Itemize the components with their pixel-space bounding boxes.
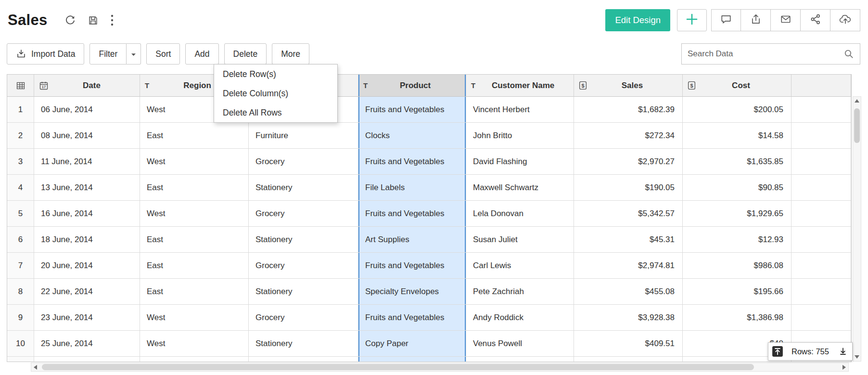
row-number-cell[interactable]: 1 — [7, 97, 34, 123]
cell-date[interactable] — [34, 357, 140, 362]
search-input[interactable] — [688, 49, 843, 59]
cell-category[interactable]: Furniture — [249, 123, 358, 149]
refresh-icon[interactable] — [65, 15, 76, 26]
edit-design-button[interactable]: Edit Design — [605, 9, 670, 31]
cell-category[interactable]: Stationery — [249, 227, 358, 253]
cell-region[interactable]: East — [140, 253, 249, 279]
export-button[interactable] — [741, 9, 771, 31]
cell-category[interactable]: Grocery — [249, 305, 358, 331]
cell-empty[interactable] — [791, 305, 851, 331]
cell-date[interactable]: 11 June, 2014 — [34, 149, 140, 175]
cell-category[interactable]: Stationery — [249, 331, 358, 357]
cell-cost[interactable]: $195.66 — [683, 279, 791, 305]
delete-button[interactable]: Delete — [224, 43, 267, 65]
cell-customer-name[interactable]: Pete Zachriah — [466, 279, 574, 305]
cell-product[interactable]: File Labels — [358, 175, 466, 201]
cell-category[interactable]: Stationery — [249, 279, 358, 305]
scroll-left-arrow-icon[interactable] — [34, 365, 37, 370]
cell-product[interactable]: Clocks — [358, 123, 466, 149]
cell-customer-name[interactable]: Venus Powell — [466, 331, 574, 357]
menu-item-delete-columns[interactable]: Delete Column(s) — [214, 84, 337, 103]
cell-product[interactable]: Fruits and Vegetables — [358, 97, 466, 123]
search-icon[interactable] — [843, 49, 854, 59]
row-number-cell[interactable]: 8 — [7, 279, 34, 305]
cell-date[interactable]: 13 June, 2014 — [34, 175, 140, 201]
cell-product[interactable]: Fruits and Vegetables — [358, 253, 466, 279]
cell-customer-name[interactable]: Carl Lewis — [466, 253, 574, 279]
scroll-right-arrow-icon[interactable] — [842, 365, 846, 370]
column-header-date[interactable]: 17 Date — [34, 75, 140, 97]
column-header-customer-name[interactable]: T Customer Name — [466, 75, 574, 97]
cell-product[interactable]: Copy Paper — [358, 331, 466, 357]
horizontal-scrollbar[interactable] — [31, 362, 849, 372]
cell-sales[interactable]: $455.08 — [574, 279, 683, 305]
cell-empty[interactable] — [791, 201, 851, 227]
cell-cost[interactable]: $1,929.65 — [683, 201, 791, 227]
kebab-menu-icon[interactable] — [111, 14, 114, 26]
cell-empty[interactable] — [791, 175, 851, 201]
horizontal-scrollbar-thumb[interactable] — [42, 364, 754, 370]
row-number-cell[interactable]: 7 — [7, 253, 34, 279]
cell-customer-name[interactable]: David Flashing — [466, 149, 574, 175]
cell-date[interactable]: 16 June, 2014 — [34, 201, 140, 227]
scroll-to-bottom-icon[interactable] — [837, 346, 849, 357]
cell-date[interactable]: 22 June, 2014 — [34, 279, 140, 305]
cell-empty[interactable] — [791, 253, 851, 279]
cell-region[interactable]: East — [140, 175, 249, 201]
cell-region[interactable]: West — [140, 201, 249, 227]
row-number-cell[interactable]: 5 — [7, 201, 34, 227]
row-number-cell[interactable] — [7, 357, 34, 362]
cell-sales[interactable]: $3,928.38 — [574, 305, 683, 331]
cell-region[interactable]: East — [140, 279, 249, 305]
cell-category[interactable]: Grocery — [249, 201, 358, 227]
share-button[interactable] — [801, 9, 830, 31]
column-header-sales[interactable]: $ Sales — [574, 75, 683, 97]
cell-date[interactable]: 23 June, 2014 — [34, 305, 140, 331]
cell-cost[interactable]: $12.93 — [683, 227, 791, 253]
cell-empty[interactable] — [791, 279, 851, 305]
more-button[interactable]: More — [272, 43, 309, 65]
cell-sales[interactable]: $5,342.57 — [574, 201, 683, 227]
cell-sales[interactable]: $2,970.27 — [574, 149, 683, 175]
filter-dropdown-button[interactable] — [127, 43, 141, 65]
cell-date[interactable]: 08 June, 2014 — [34, 123, 140, 149]
cell-customer-name[interactable]: Vincent Herbert — [466, 97, 574, 123]
scroll-up-arrow-icon[interactable] — [855, 99, 859, 103]
cell-product[interactable]: Fruits and Vegetables — [358, 201, 466, 227]
cell-product[interactable]: Fruits and Vegetables — [358, 305, 466, 331]
cell-region[interactable] — [140, 357, 249, 362]
cell-cost[interactable]: $200.05 — [683, 97, 791, 123]
scroll-to-top-icon[interactable] — [772, 346, 783, 357]
cell-sales[interactable]: $409.51 — [574, 331, 683, 357]
cell-empty[interactable] — [791, 97, 851, 123]
cell-empty[interactable] — [791, 149, 851, 175]
cell-cost[interactable]: $986.08 — [683, 253, 791, 279]
cell-customer-name[interactable]: Andy Roddick — [466, 305, 574, 331]
cell-region[interactable]: West — [140, 305, 249, 331]
cell-region[interactable]: East — [140, 123, 249, 149]
cell-category[interactable]: Grocery — [249, 149, 358, 175]
cell-sales[interactable] — [574, 357, 683, 362]
column-header-cost[interactable]: $ Cost — [683, 75, 791, 97]
row-number-cell[interactable]: 6 — [7, 227, 34, 253]
cell-date[interactable]: 25 June, 2014 — [34, 331, 140, 357]
row-number-cell[interactable]: 3 — [7, 149, 34, 175]
cell-sales[interactable]: $272.34 — [574, 123, 683, 149]
cell-date[interactable]: 18 June, 2014 — [34, 227, 140, 253]
cell-empty[interactable] — [791, 123, 851, 149]
cell-cost[interactable]: $14.58 — [683, 123, 791, 149]
cell-date[interactable]: 06 June, 2014 — [34, 97, 140, 123]
menu-item-delete-all-rows[interactable]: Delete All Rows — [214, 103, 337, 122]
add-button[interactable]: Add — [185, 43, 218, 65]
email-button[interactable] — [771, 9, 801, 31]
cell-sales[interactable]: $45.31 — [574, 227, 683, 253]
cell-sales[interactable]: $2,974.81 — [574, 253, 683, 279]
cell-product[interactable] — [358, 357, 466, 362]
column-header-rownum[interactable] — [7, 75, 34, 97]
cell-sales[interactable]: $1,682.39 — [574, 97, 683, 123]
cell-category[interactable] — [249, 357, 358, 362]
publish-button[interactable] — [830, 9, 860, 31]
cell-cost[interactable]: $1,386.98 — [683, 305, 791, 331]
vertical-scrollbar[interactable] — [853, 96, 861, 362]
comments-button[interactable] — [711, 9, 741, 31]
